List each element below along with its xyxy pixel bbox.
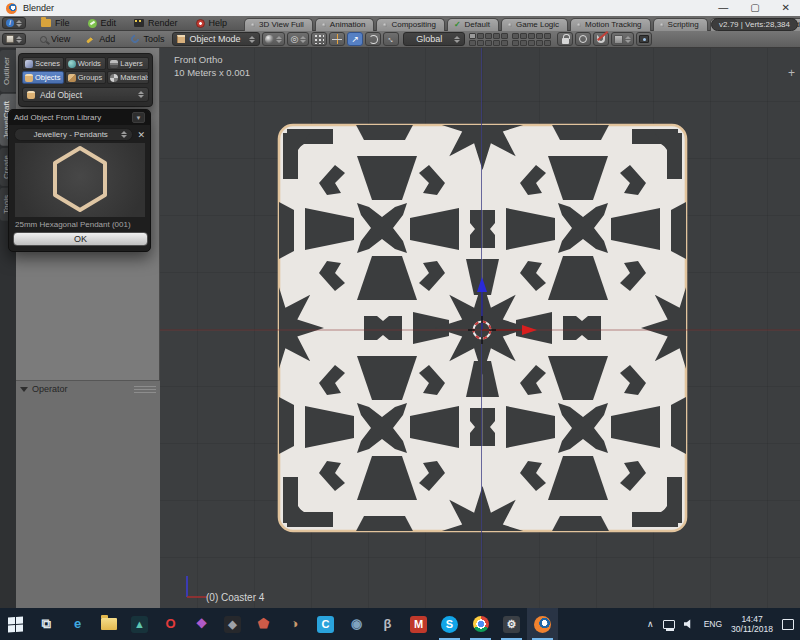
category-select[interactable]: Jewellery - Pendants <box>14 128 133 141</box>
taskbar-swirl-app[interactable]: ◉ <box>341 608 372 640</box>
taskbar-opera[interactable]: O <box>155 608 186 640</box>
layout-tab-scripting[interactable]: Scripting <box>653 18 708 31</box>
layout-tab-default[interactable]: ✓Default <box>447 18 499 31</box>
layer-cell[interactable] <box>528 40 535 46</box>
editor-type-selector[interactable]: i <box>2 17 26 29</box>
button-scenes[interactable]: Scenes <box>22 57 64 70</box>
taskbar-beta-app[interactable]: β <box>372 608 403 640</box>
layer-cell[interactable] <box>528 33 535 39</box>
layer-cell[interactable] <box>477 33 484 39</box>
taskbar-skype[interactable]: S <box>434 608 465 640</box>
rotate-manipulator-button[interactable] <box>365 32 381 46</box>
clock[interactable]: 14:47 30/11/2018 <box>731 614 773 634</box>
layer-cell[interactable] <box>469 33 476 39</box>
volume-icon[interactable] <box>684 619 695 629</box>
layer-cell[interactable] <box>512 40 519 46</box>
taskbar-file-explorer[interactable] <box>93 608 124 640</box>
menu-add[interactable]: Add <box>86 34 115 44</box>
layer-cell[interactable] <box>544 40 551 46</box>
taskbar-polyhedron-app[interactable]: ⬟ <box>248 608 279 640</box>
layer-cell[interactable] <box>501 40 508 46</box>
opengl-render-button[interactable] <box>636 32 652 46</box>
taskbar-blender-app[interactable] <box>527 608 558 640</box>
taskbar-corel-app[interactable]: C <box>310 608 341 640</box>
button-materials[interactable]: Materials <box>107 71 149 84</box>
operator-panel-header[interactable]: Operator <box>16 381 160 397</box>
button-layers[interactable]: Layers <box>107 57 149 70</box>
viewport-shading-button[interactable] <box>262 32 285 46</box>
layer-cell[interactable] <box>477 40 484 46</box>
layout-tab-motion-tracking[interactable]: Motion Tracking <box>570 18 650 31</box>
layer-cell[interactable] <box>485 40 492 46</box>
translate-manipulator-button[interactable]: ↗ <box>347 32 363 46</box>
language-indicator[interactable]: ENG <box>704 619 722 629</box>
view3d-editor-selector[interactable] <box>2 33 26 45</box>
layer-cell[interactable] <box>512 33 519 39</box>
snap-toggle-button[interactable] <box>593 32 609 46</box>
taskbar-mcafee[interactable]: M <box>403 608 434 640</box>
tray-expand-icon[interactable]: ∧ <box>647 619 654 629</box>
proportional-edit-button[interactable] <box>575 32 591 46</box>
layout-tab-animation[interactable]: Animation <box>315 18 375 31</box>
layer-cell[interactable] <box>493 40 500 46</box>
menu-view[interactable]: View <box>40 34 70 44</box>
translate-manipulator[interactable] <box>477 277 537 335</box>
layer-cell[interactable] <box>536 40 543 46</box>
lock-button[interactable] <box>557 32 573 46</box>
close-popup-icon[interactable]: ✕ <box>136 130 146 140</box>
menu-help[interactable]: Help <box>196 18 228 28</box>
manipulator-axis-button[interactable] <box>329 32 345 46</box>
taskbar-chrome[interactable] <box>465 608 496 640</box>
panel-grip-icon[interactable] <box>134 386 156 393</box>
layer-cell[interactable] <box>536 33 543 39</box>
taskbar-task-view[interactable]: ⧉ <box>31 608 62 640</box>
taskbar-molecule-app[interactable]: ❖ <box>186 608 217 640</box>
viewport-3d[interactable]: Front Ortho 10 Meters x 0.001 + <box>160 48 800 608</box>
layer-cell[interactable] <box>469 40 476 46</box>
layer-cell[interactable] <box>493 33 500 39</box>
layer-cell[interactable] <box>520 40 527 46</box>
ok-button[interactable]: OK <box>13 232 148 246</box>
network-icon[interactable] <box>663 620 675 629</box>
layer-grid-right[interactable] <box>512 33 551 46</box>
layer-cell[interactable] <box>501 33 508 39</box>
action-center-icon[interactable] <box>782 619 794 630</box>
button-worlds[interactable]: Worlds <box>65 57 107 70</box>
scale-manipulator-button[interactable]: ↔ <box>383 32 399 46</box>
manipulator-toggle-button[interactable] <box>311 32 327 46</box>
taskbar-gear-app[interactable]: ⚙ <box>496 608 527 640</box>
taskbar-start[interactable] <box>0 608 31 640</box>
object-icon <box>25 74 33 82</box>
close-button[interactable]: ✕ <box>782 1 790 15</box>
maximize-button[interactable]: ▢ <box>750 1 759 15</box>
tool-shelf-tab-outliner[interactable]: Outliner <box>0 50 16 92</box>
objects-label: Objects <box>35 73 60 82</box>
mode-select[interactable]: Object Mode <box>172 32 260 46</box>
pendant-preview[interactable] <box>15 143 145 217</box>
menu-edit[interactable]: Edit <box>88 18 117 28</box>
snap-element-button[interactable] <box>611 32 634 46</box>
menu-tools[interactable]: Tools <box>131 34 164 44</box>
taskbar-photo-app[interactable]: ▲ <box>124 608 155 640</box>
button-objects[interactable]: Objects <box>22 71 64 84</box>
menu-file[interactable]: File <box>41 18 70 28</box>
layer-cell[interactable] <box>544 33 551 39</box>
diamond-app-icon: ◆ <box>224 616 241 633</box>
taskbar-edge[interactable]: e <box>62 608 93 640</box>
blender-window: Blender — ▢ ✕ i File Edit Render Help 3D… <box>0 0 800 640</box>
layer-cell[interactable] <box>520 33 527 39</box>
menu-render[interactable]: Render <box>134 18 178 28</box>
layer-cell[interactable] <box>485 33 492 39</box>
layout-tab-compositing[interactable]: Compositing <box>376 18 444 31</box>
add-object-button[interactable]: Add Object <box>22 87 149 102</box>
taskbar-diamond-app[interactable]: ◆ <box>217 608 248 640</box>
minimize-button[interactable]: — <box>718 1 728 15</box>
layout-tab-game-logic[interactable]: Game Logic <box>501 18 568 31</box>
layout-tab-3d-view-full[interactable]: 3D View Full <box>244 18 313 31</box>
library-header-dropdown[interactable]: ▼ <box>132 112 145 123</box>
pivot-point-button[interactable]: ◎ <box>287 32 309 46</box>
taskbar-paint-app[interactable]: ◑ <box>279 608 310 640</box>
button-groups[interactable]: Groups <box>65 71 107 84</box>
layer-grid-left[interactable] <box>469 33 508 46</box>
orientation-select[interactable]: Global <box>403 32 465 46</box>
